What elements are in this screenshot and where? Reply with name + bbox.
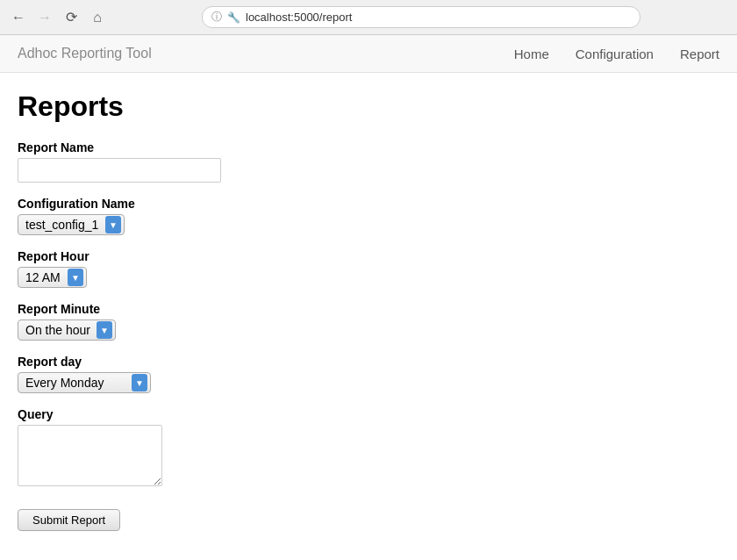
report-hour-wrapper: 12 AM 1 AM 2 AM 3 AM ▼ (18, 267, 87, 288)
report-hour-label: Report Hour (18, 249, 719, 263)
config-name-group: Configuration Name test_config_1 ▼ (18, 197, 719, 235)
report-minute-select[interactable]: On the hour 15 minutes 30 minutes 45 min… (18, 319, 116, 341)
url-text: localhost:5000/report (246, 11, 352, 24)
query-label: Query (18, 407, 719, 421)
refresh-button[interactable]: ⟳ (61, 8, 81, 27)
report-name-label: Report Name (18, 140, 719, 154)
forward-button[interactable]: → (35, 8, 54, 27)
main-content: Reports Report Name Configuration Name t… (0, 73, 737, 549)
query-group: Query (18, 407, 719, 486)
app-navbar: Adhoc Reporting Tool Home Configuration … (0, 35, 737, 73)
report-hour-group: Report Hour 12 AM 1 AM 2 AM 3 AM ▼ (18, 249, 719, 288)
report-minute-label: Report Minute (18, 302, 719, 316)
info-icon: ⓘ (211, 10, 222, 25)
report-name-group: Report Name (18, 140, 719, 183)
report-hour-select[interactable]: 12 AM 1 AM 2 AM 3 AM (18, 267, 87, 288)
config-name-label: Configuration Name (18, 197, 719, 211)
home-button[interactable]: ⌂ (88, 8, 107, 27)
address-bar[interactable]: ⓘ 🔧 localhost:5000/report (202, 6, 640, 28)
report-day-wrapper: Every Monday Every Tuesday Every Wednesd… (18, 372, 151, 393)
submit-button[interactable]: Submit Report (18, 509, 120, 531)
nav-configuration[interactable]: Configuration (576, 47, 654, 61)
back-button[interactable]: ← (9, 8, 28, 27)
config-name-wrapper: test_config_1 ▼ (18, 214, 125, 235)
browser-chrome: ← → ⟳ ⌂ ⓘ 🔧 localhost:5000/report (0, 0, 737, 35)
report-name-input[interactable] (18, 158, 221, 183)
lock-icon: 🔧 (227, 11, 240, 24)
report-day-group: Report day Every Monday Every Tuesday Ev… (18, 355, 719, 393)
nav-home[interactable]: Home (514, 47, 549, 61)
app-brand: Adhoc Reporting Tool (18, 46, 152, 61)
report-minute-group: Report Minute On the hour 15 minutes 30 … (18, 302, 719, 341)
report-day-label: Report day (18, 355, 719, 369)
report-day-select[interactable]: Every Monday Every Tuesday Every Wednesd… (18, 372, 151, 393)
config-name-select[interactable]: test_config_1 (18, 214, 125, 235)
report-minute-wrapper: On the hour 15 minutes 30 minutes 45 min… (18, 319, 116, 341)
page-title: Reports (18, 90, 719, 123)
query-textarea[interactable] (18, 425, 162, 486)
nav-report[interactable]: Report (680, 47, 719, 61)
